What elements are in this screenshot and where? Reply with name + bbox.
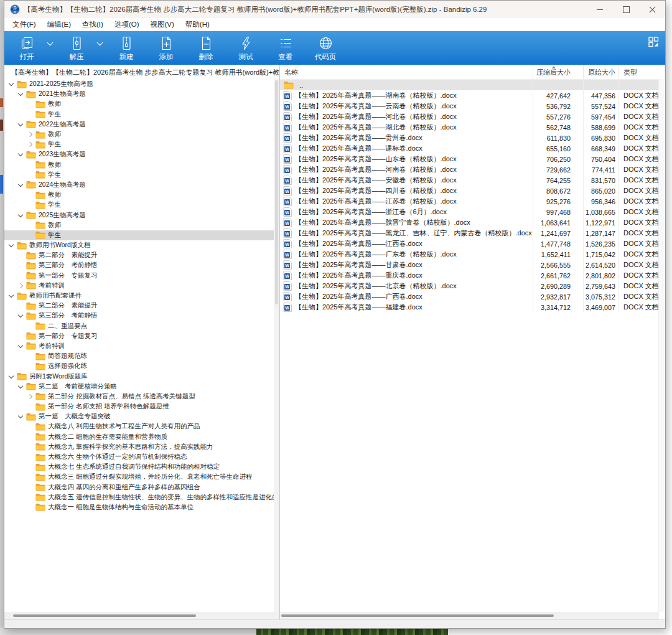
column-header-type[interactable]: 类型: [619, 65, 665, 79]
tree-item[interactable]: 教师: [4, 129, 279, 139]
menu-item[interactable]: 查找(I): [77, 18, 109, 31]
file-row[interactable]: W【生物】2025年高考真题——广西卷.docx2,932,8173,075,3…: [280, 291, 665, 302]
tree-item[interactable]: 2023生物高考题: [4, 149, 279, 159]
file-row[interactable]: W【生物】2025年高考真题——河南卷（精校版）.docx729,662774,…: [280, 164, 665, 175]
tree-item[interactable]: 教师用书配套课件: [4, 291, 279, 301]
expanded-chevron-icon[interactable]: [7, 372, 16, 381]
column-header-original-size[interactable]: 原始大小: [584, 65, 619, 79]
menu-item[interactable]: 视图(V): [145, 18, 180, 31]
tree-item[interactable]: 考前特训: [4, 341, 279, 351]
tree-item[interactable]: 第一篇 大概念专题突破: [4, 412, 279, 421]
file-row[interactable]: W【生物】2025年高考真题——福建卷.docx3,314,7123,469,0…: [280, 302, 665, 313]
tree-item[interactable]: 2024生物高考题: [4, 180, 279, 190]
minimize-button[interactable]: [587, 1, 613, 18]
toolbar-button-new-archive[interactable]: 新建: [110, 31, 142, 62]
tree-vertical-scrollbar-thumb[interactable]: [275, 80, 278, 304]
tree-item[interactable]: 2022生物高考题: [4, 120, 279, 129]
file-row[interactable]: W【生物】2025年高考真题——四川卷（精校版）.docx808,672865,…: [280, 186, 665, 196]
tree-item[interactable]: 第二篇 考前硬核增分策略: [4, 382, 279, 392]
tree-item[interactable]: 二、重温要点: [4, 321, 279, 331]
expanded-chevron-icon[interactable]: [16, 211, 25, 220]
maximize-button[interactable]: [613, 1, 639, 18]
tree-item[interactable]: 教师: [4, 99, 279, 109]
tree-item[interactable]: 第三部分 考前静悟: [4, 260, 279, 270]
tree-item[interactable]: 大概念二 细胞的生存需要能量和营养物质: [4, 432, 279, 442]
expanded-chevron-icon[interactable]: [16, 342, 25, 350]
tree-item[interactable]: 第一部分 名师支招 培养学科特色解题思维: [4, 402, 279, 412]
list-horizontal-scrollbar-thumb[interactable]: [281, 614, 554, 617]
tree-item[interactable]: 学生: [4, 230, 279, 240]
menu-item[interactable]: 选项(O): [109, 18, 145, 31]
file-row[interactable]: W【生物】2025年高考真题——甘肃卷.docx2,566,5552,614,5…: [280, 260, 665, 270]
column-header-packed-size[interactable]: 压缩后大小: [533, 65, 584, 79]
expanded-chevron-icon[interactable]: [7, 80, 16, 88]
toolbar-button-extract[interactable]: 解压: [60, 31, 93, 62]
file-row[interactable]: W【生物】2025年高考真题——湖南卷（精校版）.docx427,642447,…: [280, 90, 665, 101]
tree-item[interactable]: 学生: [4, 139, 279, 149]
file-row[interactable]: W【生物】2025年高考真题——重庆卷.docx2,661,7622,801,8…: [280, 270, 665, 281]
file-row[interactable]: W【生物】2025年高考真题——浙江卷（6月）.docx997,4681,038…: [280, 207, 665, 217]
file-row[interactable]: W【生物】2025年高考真题——北京卷（精校版）.docx2,690,2892,…: [280, 281, 665, 291]
toolbar-button-open-archive[interactable]: 打开: [11, 31, 43, 62]
menu-item[interactable]: 编辑(E): [42, 18, 77, 31]
tree-item[interactable]: 考前特训: [4, 281, 279, 291]
tree-item[interactable]: 第二部分 挖掘教材盲点、易错点 练透高考关键题型: [4, 392, 279, 402]
tree-item[interactable]: 第一部分 专题复习: [4, 331, 279, 341]
tree-horizontal-scrollbar[interactable]: [4, 612, 279, 619]
tree-item[interactable]: 第二部分 素能提升: [4, 301, 279, 311]
tree-item[interactable]: 大概念三 细胞通过分裂实现增殖，并经历分化、衰老和死亡等生命进程: [4, 472, 279, 482]
toolbar-button-codepage[interactable]: 代码页: [309, 31, 342, 62]
file-row[interactable]: W【生物】2025年高考真题——贵州卷.docx611,830695,830DO…: [280, 133, 665, 143]
tree-item[interactable]: 第三部分 考前静悟: [4, 311, 279, 321]
tree-item[interactable]: 大概念一 细胞是生物体结构与生命活动的基本单位: [4, 502, 279, 512]
tree-item[interactable]: 大概念五 遗传信息控制生物性状、生物的变异、生物的多样性和适应性是进化的结果: [4, 492, 279, 502]
list-vertical-scrollbar[interactable]: [658, 79, 665, 612]
tree-item[interactable]: 2025生物高考题: [4, 210, 279, 220]
file-row[interactable]: W【生物】2025年高考真题——陕晋宁青卷（精校版）.docx1,063,641…: [280, 217, 665, 228]
expanded-chevron-icon[interactable]: [16, 382, 25, 391]
tree-vertical-scrollbar[interactable]: [274, 79, 279, 612]
tree-item[interactable]: 教师: [4, 160, 279, 170]
tree-item[interactable]: 学生: [4, 200, 279, 210]
file-row[interactable]: W【生物】2025年高考真题——课标卷.docx655,160668,349DO…: [280, 143, 665, 154]
tree-item[interactable]: 教师用书Word版文档: [4, 240, 279, 250]
tree-item[interactable]: 大概念七 生态系统通过自我调节保持结构和功能的相对稳定: [4, 462, 279, 472]
file-row[interactable]: W【生物】2025年高考真题——山东卷（精校版）.docx706,250750,…: [280, 154, 665, 164]
toolbar-button-add-file[interactable]: 添加: [150, 31, 182, 62]
tree-item[interactable]: 另附1套Word版题库: [4, 371, 279, 381]
column-header-name[interactable]: 名称: [280, 65, 533, 79]
file-row[interactable]: W【生物】2025年高考真题——江苏卷（精校版）.docx925,276956,…: [280, 196, 665, 207]
expanded-chevron-icon[interactable]: [16, 120, 25, 129]
expanded-chevron-icon[interactable]: [7, 291, 16, 300]
tree-item[interactable]: 大概念四 基因的分离和重组产生多种多样的基因组合: [4, 482, 279, 492]
collapsed-chevron-icon[interactable]: [16, 281, 25, 290]
menu-item[interactable]: 帮助(H): [180, 18, 215, 31]
collapsed-chevron-icon[interactable]: [26, 140, 34, 149]
tree-item[interactable]: 教师: [4, 190, 279, 200]
expanded-chevron-icon[interactable]: [16, 181, 25, 189]
file-row[interactable]: W【生物】2025年高考真题——云南卷（精校版）.docx536,792557,…: [280, 101, 665, 111]
toolbar-button-view[interactable]: 查看: [269, 31, 302, 62]
dropdown-chevron-icon[interactable]: [43, 31, 57, 56]
tree-item[interactable]: 简答题规范练: [4, 351, 279, 361]
collapsed-chevron-icon[interactable]: [26, 392, 34, 401]
tree-item[interactable]: 第二部分 素能提升: [4, 250, 279, 260]
tree-horizontal-scrollbar-thumb[interactable]: [13, 614, 196, 617]
toolbar-button-test[interactable]: 测试: [230, 31, 262, 62]
file-row[interactable]: W【生物】2025年高考真题——安徽卷（精校版）.docx764,255831,…: [280, 175, 665, 186]
file-row[interactable]: W【生物】2025年高考真题——江西卷.docx1,477,7481,526,2…: [280, 238, 665, 249]
collapsed-chevron-icon[interactable]: [26, 130, 34, 139]
expanded-chevron-icon[interactable]: [16, 90, 25, 98]
tree-item[interactable]: 教师: [4, 220, 279, 230]
toolbar-button-delete-file[interactable]: 删除: [190, 31, 222, 62]
close-button[interactable]: [639, 1, 665, 18]
dropdown-chevron-icon[interactable]: [93, 31, 106, 56]
expanded-chevron-icon[interactable]: [7, 241, 16, 250]
file-row[interactable]: W【生物】2025年高考真题——黑龙江、吉林、辽宁、内蒙古卷（精校版）.docx…: [280, 228, 665, 238]
tree-item[interactable]: 大概念九 掌握科学探究的基本思路和方法，提高实践能力: [4, 442, 279, 452]
tree-item[interactable]: 学生: [4, 170, 279, 180]
tree-item[interactable]: 选择题强化练: [4, 361, 279, 371]
tree-item[interactable]: 2021生物高考题: [4, 89, 279, 99]
tree-item[interactable]: 大概念八 利用生物技术与工程生产对人类有用的产品: [4, 421, 279, 431]
expanded-chevron-icon[interactable]: [16, 412, 25, 421]
